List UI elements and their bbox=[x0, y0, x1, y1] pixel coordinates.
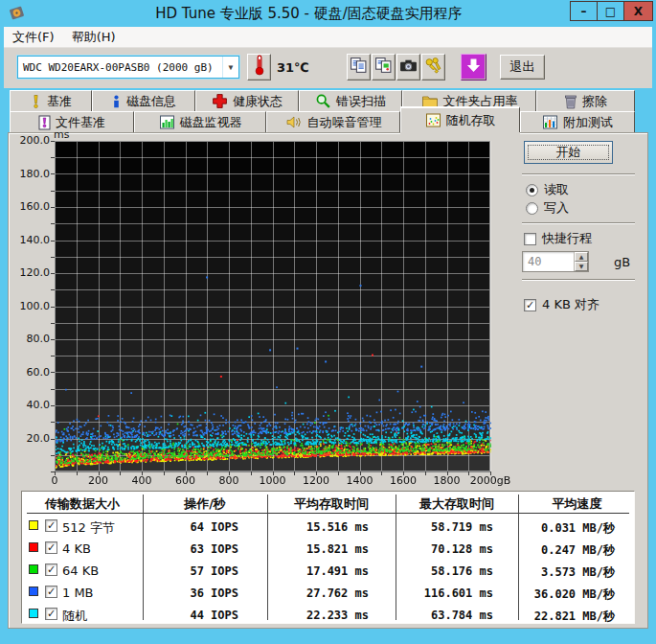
temperature-label: 31℃ bbox=[277, 60, 309, 75]
start-button[interactable]: 开始 bbox=[524, 141, 613, 164]
tab-label: 磁盘信息 bbox=[126, 93, 176, 110]
avg-speed-value: 22.821 MB/秒 bbox=[518, 609, 615, 625]
random-access-icon bbox=[425, 113, 441, 127]
app-window: HD Tune 专业版 5.50 - 硬盘/固态硬盘实用程序 – □ X 文件(… bbox=[0, 0, 656, 644]
series-color-swatch bbox=[29, 564, 38, 574]
start-button-label: 开始 bbox=[556, 144, 581, 161]
series-checkbox-2[interactable]: ✓ bbox=[45, 564, 57, 576]
y-axis-tick-label: 180.0 bbox=[11, 168, 50, 180]
tab-label: 自动噪音管理 bbox=[307, 114, 382, 131]
align-4kb-row[interactable]: ✓ 4 KB 对齐 bbox=[524, 296, 599, 313]
keys-icon bbox=[424, 57, 442, 79]
disk-monitor-icon bbox=[159, 115, 175, 129]
extra-tests-icon bbox=[542, 115, 558, 129]
menu-item-help[interactable]: 帮助(H) bbox=[63, 27, 124, 48]
read-radio[interactable] bbox=[526, 184, 538, 196]
copy-text-button[interactable] bbox=[347, 54, 371, 80]
results-table: 传输数据大小操作/秒平均存取时间最大存取时间平均速度✓512 字节64 IOPS… bbox=[21, 491, 635, 624]
copy-text-icon bbox=[350, 57, 368, 79]
tab-health[interactable]: 健康状态 bbox=[195, 90, 299, 111]
table-header-0: 传输数据大小 bbox=[22, 495, 143, 513]
table-header-4: 平均速度 bbox=[518, 495, 636, 513]
tab-benchmark[interactable]: 基准 bbox=[10, 90, 92, 111]
avg-speed-value: 0.031 MB/秒 bbox=[518, 520, 615, 537]
series-checkbox-1[interactable]: ✓ bbox=[45, 541, 57, 554]
x-axis-tick-label: 2000gB bbox=[460, 474, 521, 487]
erase-icon bbox=[564, 94, 577, 109]
drive-select[interactable]: WDC WD20EARX-00PASB0 (2000 gB) ▼ bbox=[17, 56, 239, 79]
max-access-time-value: 58.719 ms bbox=[396, 520, 493, 534]
tab-random-access[interactable]: 随机存取 bbox=[400, 106, 520, 132]
iops-value: 44 IOPS bbox=[143, 609, 238, 622]
series-color-swatch bbox=[29, 542, 38, 552]
read-radio-label: 读取 bbox=[544, 181, 569, 198]
align-4kb-checkbox[interactable]: ✓ bbox=[524, 299, 536, 311]
exit-button-label: 退出 bbox=[510, 58, 535, 76]
tab-label: 磁盘监视器 bbox=[180, 114, 242, 131]
y-axis-tick-label: 120.0 bbox=[11, 266, 50, 279]
series-color-swatch bbox=[29, 586, 38, 596]
y-axis-tick-label: 20.0 bbox=[11, 432, 50, 445]
update-button[interactable] bbox=[461, 54, 486, 80]
iops-value: 64 IOPS bbox=[143, 520, 238, 534]
y-axis-unit-label: ms bbox=[54, 128, 69, 141]
tab-row-1: 基准磁盘信息健康状态错误扫描文件夹占用率擦除 bbox=[10, 90, 635, 111]
tab-disk-info[interactable]: 磁盘信息 bbox=[92, 90, 195, 111]
tab-label: 健康状态 bbox=[233, 93, 283, 110]
maximize-button[interactable]: □ bbox=[597, 1, 624, 21]
tab-label: 随机存取 bbox=[446, 112, 496, 129]
table-header-2: 平均存取时间 bbox=[267, 495, 396, 513]
error-scan-icon bbox=[315, 93, 331, 109]
titlebar[interactable]: HD Tune 专业版 5.50 - 硬盘/固态硬盘实用程序 – □ X bbox=[0, 0, 656, 27]
hdd-app-icon bbox=[9, 5, 25, 25]
minimize-button[interactable]: – bbox=[570, 1, 598, 21]
spinner-up-icon[interactable]: ▲ bbox=[575, 252, 588, 262]
tab-disk-monitor[interactable]: 磁盘监视器 bbox=[134, 111, 266, 132]
write-radio-row[interactable]: 写入 bbox=[526, 199, 569, 217]
tab-extra-tests[interactable]: 附加测试 bbox=[520, 111, 635, 132]
short-stroke-checkbox[interactable] bbox=[524, 233, 536, 245]
avg-access-time-value: 15.821 ms bbox=[267, 542, 369, 556]
iops-value: 57 IOPS bbox=[143, 564, 238, 578]
series-checkbox-0[interactable]: ✓ bbox=[45, 519, 57, 532]
tab-label: 附加测试 bbox=[563, 114, 613, 131]
separator bbox=[522, 222, 635, 224]
tab-label: 基准 bbox=[47, 93, 72, 110]
temperature-button[interactable] bbox=[247, 54, 271, 80]
avg-access-time-value: 27.762 ms bbox=[267, 586, 369, 600]
screenshot-button[interactable] bbox=[396, 54, 420, 80]
avg-speed-value: 36.020 MB/秒 bbox=[518, 586, 615, 603]
tab-label: 擦除 bbox=[582, 93, 607, 110]
tab-file-benchmark[interactable]: 文件基准 bbox=[10, 111, 134, 132]
register-button[interactable] bbox=[421, 54, 445, 80]
y-axis-tick-label: 160.0 bbox=[11, 200, 50, 213]
short-stroke-row[interactable]: 快捷行程 bbox=[524, 230, 592, 247]
series-checkbox-3[interactable]: ✓ bbox=[45, 586, 57, 598]
write-radio-label: 写入 bbox=[544, 199, 569, 217]
camera-icon bbox=[399, 57, 418, 79]
short-stroke-unit: gB bbox=[614, 255, 630, 269]
menu-item-file[interactable]: 文件(F) bbox=[4, 27, 63, 48]
read-radio-row[interactable]: 读取 bbox=[526, 181, 569, 198]
short-stroke-spinner[interactable]: 40 ▲ ▼ bbox=[522, 251, 589, 272]
write-radio[interactable] bbox=[526, 202, 538, 215]
avg-access-time-value: 15.516 ms bbox=[267, 520, 369, 534]
spinner-down-icon[interactable]: ▼ bbox=[575, 262, 588, 271]
close-button[interactable]: X bbox=[623, 1, 653, 21]
window-title: HD Tune 专业版 5.50 - 硬盘/固态硬盘实用程序 bbox=[57, 5, 560, 23]
y-axis-tick-label: 100.0 bbox=[11, 300, 50, 312]
series-color-swatch bbox=[29, 609, 38, 618]
copy-image-button[interactable] bbox=[372, 54, 396, 80]
exit-button[interactable]: 退出 bbox=[500, 55, 545, 80]
avg-speed-value: 3.573 MB/秒 bbox=[518, 564, 615, 581]
tab-label: 错误扫描 bbox=[336, 93, 386, 110]
table-header-1: 操作/秒 bbox=[143, 495, 267, 513]
tab-noise-management[interactable]: 自动噪音管理 bbox=[266, 111, 400, 132]
tab-error-scan[interactable]: 错误扫描 bbox=[299, 90, 402, 111]
file-benchmark-icon bbox=[38, 115, 51, 130]
series-checkbox-4[interactable]: ✓ bbox=[45, 608, 57, 620]
chevron-down-icon[interactable]: ▼ bbox=[222, 57, 238, 78]
download-icon bbox=[465, 58, 482, 78]
tab-erase[interactable]: 擦除 bbox=[536, 90, 635, 111]
separator bbox=[522, 279, 635, 281]
